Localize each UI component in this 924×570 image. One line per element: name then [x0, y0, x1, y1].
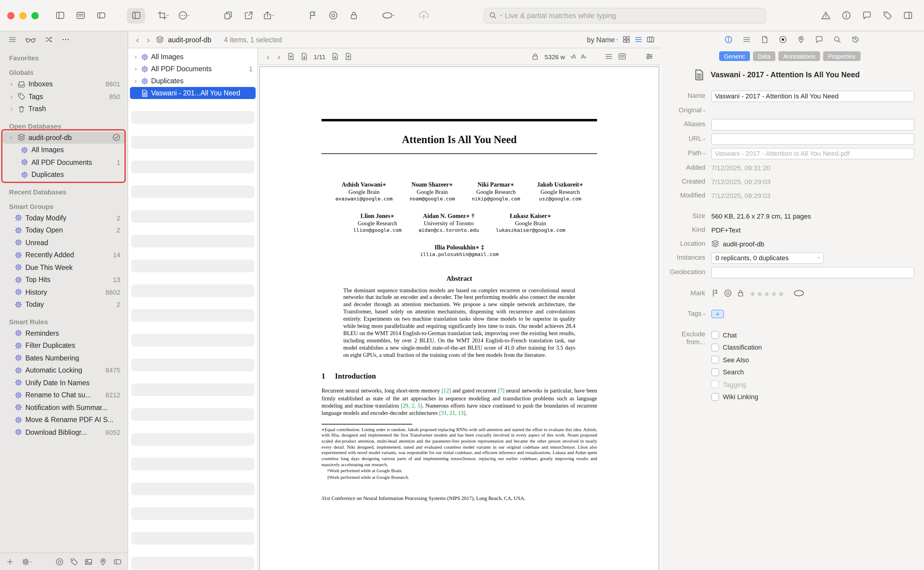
path-input[interactable]: Vaswani - 2017 - Attention Is All You Ne… [711, 148, 914, 159]
sidebar-item-bates-numbering[interactable]: Bates Numbering [0, 352, 128, 364]
sidebar-item-notification-with-summary[interactable]: Notification with Summar... [0, 401, 128, 414]
page-first-icon[interactable] [287, 52, 295, 60]
list-row-placeholder[interactable] [131, 210, 254, 223]
list-row-placeholder[interactable] [131, 185, 254, 198]
flag-button[interactable] [303, 8, 321, 23]
list-row-placeholder[interactable] [131, 458, 254, 470]
tab-generic[interactable]: Generic [719, 51, 750, 61]
toggle-inspector-button[interactable] [899, 8, 917, 23]
reading-list-button[interactable] [71, 8, 89, 23]
list-row-placeholder[interactable] [131, 557, 254, 569]
exclude-classification-checkbox[interactable] [711, 343, 719, 351]
sidebar-item-rename-to-chat[interactable]: Rename to Chat su... 8212 [0, 389, 128, 401]
citation-link[interactable]: [12] [441, 388, 451, 394]
document-tab-icon[interactable] [761, 35, 769, 43]
search-icon[interactable] [833, 35, 841, 43]
grid-view-icon[interactable] [623, 35, 630, 43]
shuffle-icon[interactable] [45, 35, 52, 43]
sidebar-item-top-hits[interactable]: Top Hits 13 [0, 274, 128, 286]
list-row-placeholder[interactable] [131, 334, 254, 346]
toggle-sidebar-button[interactable] [51, 8, 69, 23]
more-actions-button[interactable] [175, 8, 194, 23]
toggle-item-list-button[interactable] [127, 8, 145, 23]
label-oval-icon[interactable] [793, 289, 804, 297]
page-export-icon[interactable] [344, 52, 352, 60]
sidebar-item-today-modify[interactable]: Today Modify 2 [0, 211, 128, 224]
sidebar-item-all-images[interactable]: All Images [0, 144, 128, 156]
tags-button[interactable] [878, 8, 896, 23]
tab-annotations[interactable]: Annotations [778, 51, 820, 61]
list-row-placeholder[interactable] [131, 111, 254, 124]
zoom-window-button[interactable] [31, 12, 39, 19]
flag-icon[interactable] [711, 289, 719, 297]
close-window-button[interactable] [7, 12, 14, 19]
reading-glasses-icon[interactable] [25, 35, 36, 43]
sidebar-item-due-this-week[interactable]: Due This Week [0, 261, 128, 274]
list-view-icon[interactable] [635, 35, 643, 43]
sidebar-item-duplicates[interactable]: Duplicates [0, 169, 128, 181]
chevron-right-icon[interactable] [133, 65, 138, 72]
chevron-right-icon[interactable] [8, 81, 14, 88]
sidebar-item-tags[interactable]: Tags 850 [0, 90, 128, 103]
label-button[interactable] [380, 8, 398, 23]
sidebar-item-unread[interactable]: Unread [0, 236, 128, 249]
display-options-icon[interactable] [646, 52, 653, 60]
map-pin-icon[interactable] [99, 558, 107, 565]
mark-read-button[interactable] [324, 8, 342, 23]
info-button[interactable] [837, 8, 855, 23]
increase-font-button[interactable]: A› [581, 53, 586, 60]
sidebar-item-all-pdf-documents[interactable]: All PDF Documents 1 [0, 156, 128, 169]
forward-button[interactable]: › [276, 52, 281, 61]
chevron-right-icon[interactable] [8, 93, 14, 100]
image-icon[interactable] [85, 558, 92, 565]
star-icon[interactable] [756, 290, 764, 298]
open-externally-button[interactable] [239, 8, 257, 23]
geolocation-input[interactable] [711, 267, 914, 278]
sidebar-item-filter-duplicates[interactable]: Filter Duplicates [0, 339, 128, 352]
sidebar-item-reminders[interactable]: Reminders [0, 327, 128, 339]
list-row-placeholder[interactable] [131, 433, 254, 446]
sidebar-item-today-open[interactable]: Today Open 2 [0, 224, 128, 236]
search-field[interactable] [483, 8, 766, 23]
back-button[interactable]: ‹ [265, 52, 271, 61]
forward-button[interactable]: › [145, 35, 152, 44]
list-row-placeholder[interactable] [131, 532, 254, 545]
target-circle-icon[interactable] [55, 558, 63, 565]
sidebar-item-download-bibliography[interactable]: Download Bibliogr... 6052 [0, 426, 128, 438]
minimize-window-button[interactable] [19, 12, 26, 19]
search-input[interactable] [505, 11, 761, 20]
url-input[interactable] [711, 133, 914, 145]
list-row-placeholder[interactable] [131, 507, 254, 520]
outline-list-icon[interactable] [743, 35, 750, 43]
list-row-placeholder[interactable] [131, 284, 254, 297]
list-item-selected-document[interactable]: Vaswani - 201...All You Need [130, 87, 256, 99]
toc-list-icon[interactable] [605, 52, 613, 60]
more-dots-icon[interactable] [61, 35, 69, 43]
star-icon[interactable] [771, 290, 778, 298]
exclude-wiki-linking-checkbox[interactable] [711, 393, 719, 401]
lock-icon[interactable] [736, 289, 744, 297]
list-row-placeholder[interactable] [131, 408, 254, 421]
list-item-all-pdf-documents[interactable]: All PDF Documents 1 [130, 63, 256, 75]
add-tag-button[interactable]: + [711, 310, 724, 318]
tag-icon[interactable] [70, 558, 78, 565]
upload-button[interactable] [415, 8, 433, 23]
chevron-right-icon[interactable] [133, 53, 138, 60]
add-button-plus-icon[interactable] [6, 558, 14, 565]
chat-bubble-icon[interactable] [815, 35, 823, 43]
lock-button[interactable] [344, 8, 363, 23]
citation-link[interactable]: [31, 21, 13] [439, 410, 465, 416]
concordance-icon[interactable] [779, 35, 787, 43]
list-row-placeholder[interactable] [131, 161, 254, 173]
sidebar-item-inboxes[interactable]: Inboxes 8601 [0, 78, 128, 90]
name-input[interactable]: Vaswani - 2017 - Attention Is All You Ne… [711, 90, 914, 102]
panel-toggle-icon[interactable] [114, 558, 121, 565]
star-icon[interactable] [778, 290, 785, 298]
page-previous-icon[interactable] [300, 52, 308, 60]
history-clock-icon[interactable] [852, 35, 859, 43]
chevron-right-icon[interactable] [8, 105, 14, 113]
list-row-placeholder[interactable] [131, 359, 254, 371]
annotations-list-icon[interactable] [618, 52, 626, 60]
citation-link[interactable]: [29, 2, 5] [401, 403, 422, 409]
sidebar-item-automatic-locking[interactable]: Automatic Locking 8475 [0, 364, 128, 377]
